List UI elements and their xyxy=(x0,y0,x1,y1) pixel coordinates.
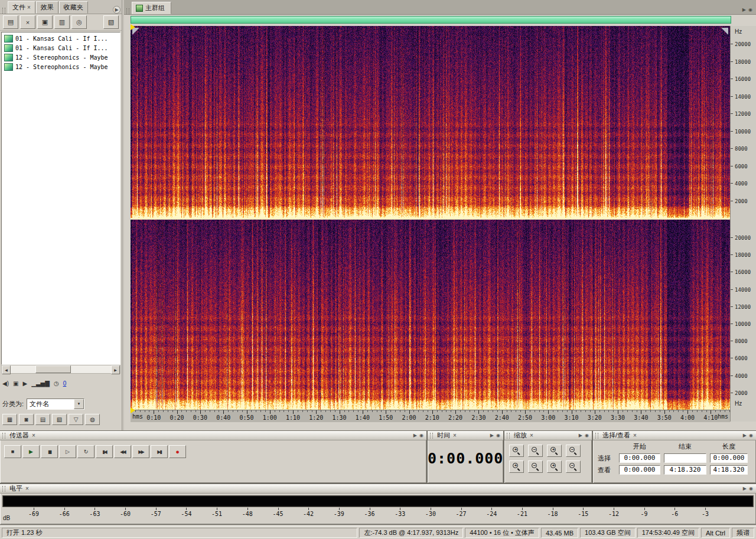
panel-menu-icon[interactable]: ▶ xyxy=(579,433,582,438)
zoom-out-vertical-button[interactable]: − xyxy=(566,445,581,457)
panel-grip[interactable] xyxy=(430,433,433,439)
panel-menu-icon[interactable]: ▶ xyxy=(742,7,746,12)
import-file-button[interactable]: ▤ xyxy=(3,15,18,29)
playhead-handle-bottom[interactable] xyxy=(131,407,135,413)
panel-options-button[interactable]: ▧ xyxy=(103,15,119,29)
preview-volume-slider[interactable]: ▁▃▅▇ xyxy=(31,380,50,387)
file-list-hscrollbar[interactable]: ◀ ▶ xyxy=(1,365,120,374)
files-toggle-2-button[interactable]: ◙ xyxy=(19,414,34,425)
speaker-icon[interactable]: ◀) xyxy=(2,380,9,387)
loop-clock-icon[interactable]: ◷ xyxy=(54,380,59,387)
insert-into-multitrack-button[interactable]: ▥ xyxy=(54,15,70,29)
files-toggle-4-button[interactable]: ▧ xyxy=(52,414,67,425)
level-label: -63 xyxy=(89,511,100,517)
files-toggle-filter-button[interactable]: ▽ xyxy=(69,414,83,425)
zoom-in-vertical-button[interactable]: + xyxy=(547,445,562,457)
file-list-item[interactable]: 12 - Stereophonics - Maybe xyxy=(2,62,120,71)
panel-target-icon[interactable]: ◉ xyxy=(585,433,589,438)
file-list-item[interactable]: 12 - Stereophonics - Maybe xyxy=(2,53,120,62)
ruler-tick xyxy=(608,410,609,412)
autoplay-toggle-icon[interactable]: ▣ xyxy=(13,380,18,387)
panel-grip[interactable] xyxy=(2,433,5,439)
tab-scroll-right-icon[interactable]: ▶ xyxy=(113,6,120,14)
panel-grip[interactable] xyxy=(2,486,5,492)
spectrogram-right-channel[interactable] xyxy=(131,220,730,410)
tab-files[interactable]: 文件 × xyxy=(8,1,35,14)
ruler-time-label: 0:40 xyxy=(216,414,230,421)
view-end-input[interactable]: 4:18.320 xyxy=(664,465,706,475)
scrollbar-thumb[interactable] xyxy=(35,365,71,373)
selection-handle-top-right[interactable] xyxy=(721,28,728,35)
stop-button[interactable]: ■ xyxy=(4,445,21,458)
file-list-item[interactable]: 01 - Kansas Cali - If I... xyxy=(2,34,120,43)
play-from-cursor-button[interactable]: ▷ xyxy=(59,445,76,458)
insert-into-cd-button[interactable]: ◎ xyxy=(71,15,87,29)
ruler-tick xyxy=(381,410,382,412)
play-button[interactable]: ▶ xyxy=(22,445,40,458)
zoom-to-selection-button[interactable]: + xyxy=(509,460,524,473)
spectrogram-left-channel[interactable] xyxy=(131,26,730,218)
scroll-left-icon[interactable]: ◀ xyxy=(2,365,11,374)
close-icon[interactable]: × xyxy=(453,432,457,439)
frequency-scale[interactable]: 2000018000160001400012000100008000600040… xyxy=(730,26,756,422)
scrollbar-track[interactable] xyxy=(11,365,111,373)
view-start-input[interactable]: 0:00.000 xyxy=(619,465,660,475)
zoom-in-horizontal-button[interactable]: + xyxy=(509,445,524,457)
panel-target-icon[interactable]: ◉ xyxy=(496,433,500,438)
record-button[interactable]: ● xyxy=(169,445,186,458)
file-list-item[interactable]: 01 - Kansas Cali - If I... xyxy=(2,43,120,53)
files-toggle-6-button[interactable]: ◍ xyxy=(85,414,100,425)
go-to-beginning-button[interactable]: ▮◀ xyxy=(96,445,113,458)
close-icon[interactable]: × xyxy=(32,432,35,439)
panel-grip[interactable] xyxy=(2,8,5,14)
files-toggle-1-button[interactable]: ▦ xyxy=(2,414,17,425)
panel-target-icon[interactable]: ◉ xyxy=(419,433,423,438)
view-length-input[interactable]: 4:18.320 xyxy=(710,465,748,475)
panel-menu-icon[interactable]: ▶ xyxy=(743,433,747,438)
selection-length-input[interactable]: 0:00.000 xyxy=(710,453,748,463)
close-icon[interactable]: × xyxy=(633,432,637,439)
scroll-right-icon[interactable]: ▶ xyxy=(111,365,120,374)
panel-target-icon[interactable]: ◉ xyxy=(749,486,753,491)
status-view-mode[interactable]: 频谱 xyxy=(732,528,754,538)
tab-favorites[interactable]: 收藏夹 xyxy=(59,1,88,14)
sort-select[interactable]: 文件名 ▼ xyxy=(27,398,84,410)
loop-count-link[interactable]: 0 xyxy=(63,380,67,387)
file-list[interactable]: 01 - Kansas Cali - If I...01 - Kansas Ca… xyxy=(1,32,120,365)
panel-target-icon[interactable]: ◉ xyxy=(749,433,753,438)
panel-target-icon[interactable]: ◉ xyxy=(748,7,752,12)
files-toggle-3-button[interactable]: ▤ xyxy=(35,414,50,425)
go-to-end-button[interactable]: ▶▮ xyxy=(151,445,168,458)
ruler-tick xyxy=(302,410,303,412)
close-icon[interactable]: × xyxy=(27,4,31,11)
chevron-down-icon[interactable]: ▼ xyxy=(74,399,84,409)
timeline-navigator[interactable] xyxy=(131,16,731,24)
audio-file-icon xyxy=(4,54,13,61)
level-meter[interactable] xyxy=(2,495,754,507)
panel-grip[interactable] xyxy=(595,433,598,439)
close-icon[interactable]: × xyxy=(25,485,29,492)
zoom-selection-left-edge-button[interactable]: + xyxy=(547,460,562,473)
time-ruler[interactable]: hms hms 0:100:200:300:400:501:001:101:20… xyxy=(131,410,730,422)
panel-grip[interactable] xyxy=(507,433,510,439)
playhead-handle-top[interactable] xyxy=(131,24,135,30)
panel-grip[interactable] xyxy=(126,8,129,14)
zoom-out-full-button[interactable]: − xyxy=(528,460,543,473)
pause-button[interactable]: ▮▮ xyxy=(41,445,58,458)
close-icon[interactable]: × xyxy=(530,432,533,439)
zoom-out-horizontal-button[interactable]: − xyxy=(528,445,543,457)
tab-effects[interactable]: 效果 xyxy=(36,1,58,14)
zoom-selection-right-edge-button[interactable]: − xyxy=(566,460,581,473)
selection-end-input[interactable] xyxy=(664,453,706,463)
panel-menu-icon[interactable]: ▶ xyxy=(490,433,494,438)
panel-menu-icon[interactable]: ▶ xyxy=(743,486,747,491)
fast-forward-button[interactable]: ▶▶ xyxy=(132,445,149,458)
edit-original-button[interactable]: ▣ xyxy=(37,15,53,29)
tab-main-group[interactable]: 主群组 xyxy=(132,2,171,14)
selection-start-input[interactable]: 0:00.000 xyxy=(619,453,660,463)
play-looped-button[interactable]: ↻ xyxy=(77,445,94,458)
rewind-button[interactable]: ◀◀ xyxy=(114,445,131,458)
close-file-button[interactable]: × xyxy=(20,15,35,29)
preview-play-icon[interactable]: ▶ xyxy=(22,380,27,387)
panel-menu-icon[interactable]: ▶ xyxy=(413,433,417,438)
